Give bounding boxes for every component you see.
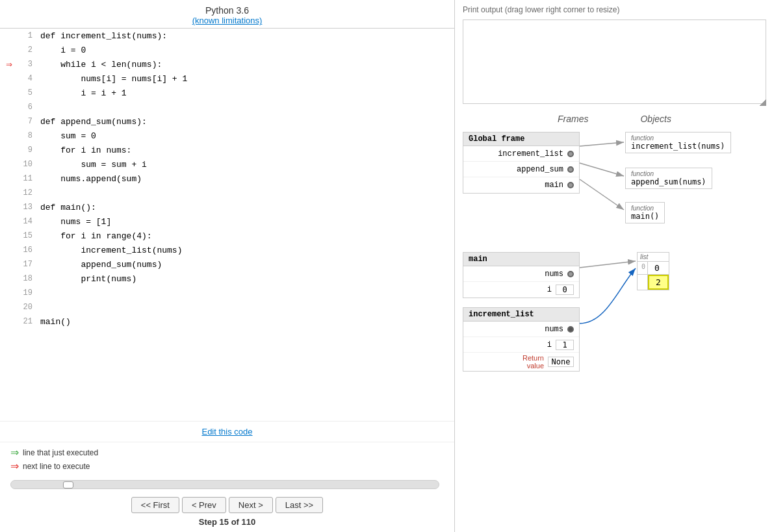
list-object: list 0 0 2 [637, 252, 669, 290]
code-line-19: 19 [0, 286, 454, 300]
prev-button[interactable]: < Prev [182, 497, 226, 513]
line-code-15: for i in range(4): [38, 231, 454, 241]
main-frame-row-i: i 0 [463, 282, 579, 298]
print-output-label: Print output (drag lower right corner to… [463, 5, 766, 14]
list-val-0: 0 [648, 262, 666, 274]
resize-handle[interactable] [760, 99, 766, 106]
line-num-3: 3 [18, 60, 38, 69]
func-obj-increment-list: function increment_list(nums) [625, 132, 731, 153]
main-frame-title: main [463, 253, 579, 266]
line-code-16: increment_list(nums) [38, 246, 454, 255]
code-line-16: 16 increment_list(nums) [0, 243, 454, 257]
dot-incr-nums [567, 326, 574, 333]
legend-red-label: next line to execute [23, 462, 90, 471]
line-num-7: 7 [18, 117, 38, 126]
incr-var-i: i [469, 340, 556, 349]
code-line-20: 20 [0, 300, 454, 314]
line-num-13: 13 [18, 203, 38, 212]
code-line-6: 6 [0, 100, 454, 114]
line-code-11: nums.append(sum) [38, 174, 454, 184]
arrow-col-3: ⇒ [0, 58, 18, 71]
dot-increment-list [567, 151, 574, 157]
left-panel: Python 3.6 (known limitations) 1def incr… [0, 0, 455, 532]
svg-line-4 [580, 179, 624, 210]
green-arrow-icon: ⇒ [10, 446, 19, 459]
code-line-18: 18 print(nums) [0, 272, 454, 286]
code-line-4: 4 nums[i] = nums[i] + 1 [0, 71, 454, 86]
incr-frame-box: increment_list nums i 1 Returnvalue None [463, 307, 580, 372]
slider-area [0, 476, 454, 493]
line-code-4: nums[i] = nums[i] + 1 [38, 74, 454, 84]
line-num-1: 1 [18, 31, 38, 40]
line-num-17: 17 [18, 260, 38, 269]
func-obj-append-sum: function append_sum(nums) [625, 168, 712, 189]
line-num-11: 11 [18, 174, 38, 183]
next-button[interactable]: Next > [229, 497, 273, 513]
line-code-13: def main(): [38, 203, 454, 212]
progress-slider-thumb[interactable] [63, 481, 73, 488]
line-num-5: 5 [18, 88, 38, 97]
main-var-nums: nums [469, 270, 567, 279]
dot-append-sum [567, 166, 574, 173]
list-idx-1 [638, 275, 648, 290]
line-num-12: 12 [18, 188, 38, 197]
right-panel: Print output (drag lower right corner to… [455, 0, 774, 532]
code-line-14: 14 nums = [1] [0, 214, 454, 229]
red-arrow-icon: ⇒ [10, 460, 19, 472]
incr-return-val: None [548, 357, 574, 367]
line-num-16: 16 [18, 246, 38, 255]
code-line-21: 21main() [0, 314, 454, 329]
func-name-3: main() [631, 212, 659, 221]
print-output-container [463, 19, 766, 106]
line-num-6: 6 [18, 103, 38, 112]
line-num-2: 2 [18, 45, 38, 55]
line-num-15: 15 [18, 231, 38, 240]
line-code-21: main() [38, 317, 454, 327]
code-header: Python 3.6 (known limitations) [0, 0, 454, 29]
legend-green-label: line that just executed [23, 448, 98, 457]
list-cell-1: 2 [638, 274, 669, 290]
code-line-2: 2 i = 0 [0, 43, 454, 57]
incr-frame-row-i: i 1 [463, 337, 579, 353]
func-name-2: append_sum(nums) [631, 177, 706, 186]
known-limitations-link[interactable]: (known limitations) [192, 16, 263, 25]
global-frame-row-increment-list: increment_list [463, 146, 579, 162]
legend-green: ⇒ line that just executed [10, 446, 444, 459]
code-line-11: 11 nums.append(sum) [0, 171, 454, 186]
first-button[interactable]: << First [131, 497, 179, 513]
main-frame-box: main nums i 0 [463, 252, 580, 298]
code-line-9: 9 for i in nums: [0, 143, 454, 157]
progress-slider-track[interactable] [10, 480, 439, 489]
red-arrow: ⇒ [6, 59, 12, 71]
print-output-box[interactable] [463, 19, 766, 104]
global-frame-row-main: main [463, 177, 579, 193]
func-name-1: increment_list(nums) [631, 142, 725, 151]
func-label-2: function [631, 170, 706, 177]
line-num-9: 9 [18, 146, 38, 155]
main-var-i: i [469, 285, 556, 294]
incr-var-nums: nums [469, 325, 567, 334]
step-info: Step 15 of 110 [0, 514, 454, 532]
func-label-1: function [631, 134, 725, 142]
line-num-8: 8 [18, 131, 38, 140]
last-button[interactable]: Last >> [276, 497, 323, 513]
main-frame-row-nums: nums [463, 266, 579, 282]
incr-frame-row-return: Returnvalue None [463, 353, 579, 371]
list-idx-0: 0 [638, 262, 648, 274]
edit-this-code-link[interactable]: Edit this code [201, 427, 252, 437]
line-code-5: i = i + 1 [38, 88, 454, 98]
edit-link-area: Edit this code [0, 421, 454, 442]
incr-return-label: Returnvalue [469, 354, 548, 370]
global-frame-row-append-sum: append_sum [463, 162, 579, 177]
line-num-19: 19 [18, 288, 38, 298]
frames-label: Frames [558, 114, 588, 124]
svg-line-5 [580, 261, 636, 268]
code-line-1: 1def increment_list(nums): [0, 29, 454, 43]
svg-line-2 [580, 142, 624, 146]
code-line-3: ⇒3 while i < len(nums): [0, 57, 454, 71]
code-line-17: 17 append_sum(nums) [0, 257, 454, 272]
visualization-area: Global frame increment_list append_sum m… [463, 132, 766, 527]
python-version-title: Python 3.6 [0, 5, 454, 16]
legend-area: ⇒ line that just executed ⇒ next line to… [0, 442, 454, 476]
code-line-15: 15 for i in range(4): [0, 229, 454, 243]
